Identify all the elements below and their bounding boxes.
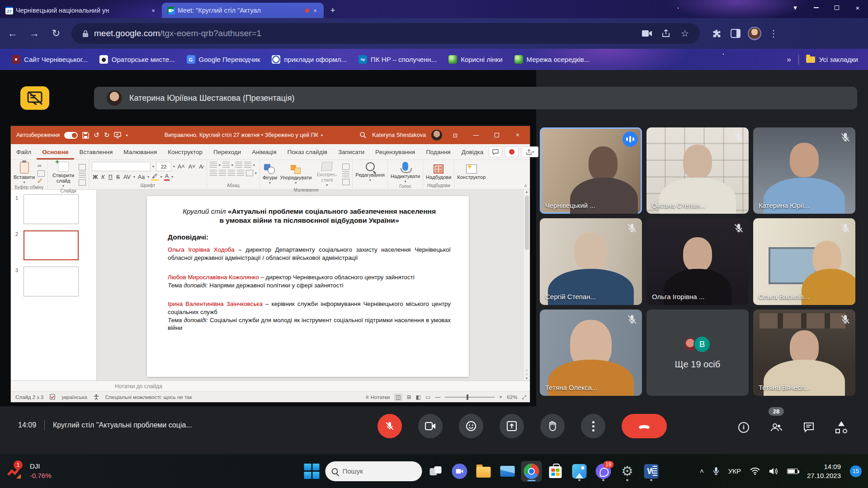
all-bookmarks-button[interactable]: Усі закладки — [806, 56, 858, 63]
participant-tile[interactable]: Тетяна Олекса... — [540, 310, 642, 396]
camera-button[interactable] — [418, 414, 443, 438]
align-right-icon[interactable] — [228, 170, 235, 176]
accessibility-status[interactable]: Спеціальні можливості: щось не так — [105, 394, 192, 400]
bookmark-item[interactable]: приклади оформл... — [272, 55, 347, 64]
new-slide-button[interactable]: Створити слайд▾ — [51, 162, 76, 188]
tab-slideshow[interactable]: Показ слайдів — [282, 144, 332, 160]
ppt-minimize-button[interactable]: — — [468, 132, 484, 138]
task-view-button[interactable] — [425, 461, 446, 482]
notes-pane[interactable]: Нотатки до слайда — [11, 380, 530, 391]
slideshow-icon[interactable] — [114, 132, 121, 138]
stop-presenting-icon[interactable] — [20, 86, 49, 110]
underline-button[interactable]: П — [108, 174, 113, 180]
strikethrough-button[interactable]: S — [115, 174, 121, 180]
participant-tile[interactable]: Катерина Юрії... — [753, 127, 855, 214]
tab-help[interactable]: Довідка — [456, 144, 489, 160]
tab-draw[interactable]: Малювання — [118, 144, 162, 160]
undo-icon[interactable]: ↺ — [94, 131, 99, 139]
forward-icon[interactable]: → — [25, 24, 43, 42]
character-spacing-icon[interactable]: AV — [123, 174, 132, 180]
zoom-out-icon[interactable]: — — [435, 394, 440, 400]
slide-thumbnail-selected[interactable]: 2 — [15, 230, 96, 260]
shape-effects-icon[interactable] — [342, 179, 349, 185]
taskbar-search[interactable]: Пошук — [326, 461, 422, 481]
chrome-button[interactable] — [521, 461, 542, 482]
notification-count-badge[interactable]: 15 — [850, 465, 862, 477]
search-icon[interactable] — [359, 131, 367, 139]
columns-icon[interactable] — [246, 170, 253, 176]
spellcheck-icon[interactable] — [50, 394, 55, 400]
slide[interactable]: Круглий стіл «Актуальні проблеми соціаль… — [147, 196, 469, 377]
tab-record[interactable]: Записати — [333, 144, 370, 160]
comments-icon[interactable] — [489, 146, 502, 157]
designer-button[interactable]: Конструктор — [457, 164, 486, 180]
browser-tab-meet[interactable]: Meet: "Круглий стіл "Актуал × — [162, 3, 324, 18]
raise-hand-button[interactable] — [540, 414, 565, 438]
language-indicator[interactable]: УКР — [728, 467, 741, 475]
cut-icon[interactable]: ✂ — [38, 163, 45, 169]
indent-icon[interactable] — [235, 162, 242, 168]
zoom-level[interactable]: 62% — [507, 394, 517, 400]
ppt-close-button[interactable]: × — [510, 132, 525, 138]
participant-tile[interactable]: Сергій Степан... — [540, 218, 642, 305]
tab-transitions[interactable]: Переходи — [208, 144, 246, 160]
tab-design[interactable]: Конструктор — [162, 144, 208, 160]
participant-tile[interactable]: Тетяна Вячесл... — [753, 310, 855, 396]
slideshow-view-icon[interactable]: ▭ — [425, 394, 430, 400]
close-window-button[interactable]: × — [847, 0, 868, 15]
widgets-button[interactable]: 1 DJI-0.76% — [7, 462, 52, 480]
previous-slide-icon[interactable]: ˄ — [526, 368, 528, 372]
align-left-icon[interactable] — [210, 170, 217, 176]
tab-search-icon[interactable]: ▾ — [785, 0, 806, 15]
reload-icon[interactable]: ↻ — [47, 24, 65, 42]
restore-button[interactable] — [826, 0, 847, 15]
start-button[interactable] — [302, 461, 322, 482]
address-bar[interactable]: meet.google.com/tgx-eoem-qrb?authuser=1 … — [71, 23, 700, 44]
clear-format-icon[interactable]: A̷ — [198, 164, 203, 170]
back-icon[interactable]: ← — [4, 24, 22, 42]
battery-icon[interactable] — [787, 469, 798, 474]
accessibility-icon[interactable] — [94, 394, 99, 400]
shape-fill-icon[interactable] — [342, 164, 349, 170]
reactions-button[interactable] — [459, 414, 483, 438]
highlight-icon[interactable]: 🖉 — [151, 173, 159, 181]
qat-more-icon[interactable]: ▾ — [126, 133, 127, 137]
align-center-icon[interactable] — [219, 170, 226, 176]
user-avatar[interactable] — [431, 130, 442, 141]
tab-home[interactable]: Основне — [37, 144, 74, 160]
dictate-button[interactable]: Надиктувати▾ — [391, 162, 420, 184]
participant-tile[interactable]: Оксана Степан... — [646, 127, 749, 214]
addins-button[interactable]: Надбудови — [426, 164, 451, 180]
arrange-button[interactable]: Упорядкувати▾ — [280, 164, 311, 185]
format-painter-icon[interactable]: 🖉 — [38, 178, 45, 183]
notes-toggle[interactable]: ≡Нотатки — [366, 394, 390, 400]
share-icon[interactable] — [658, 26, 674, 41]
close-icon[interactable]: × — [311, 6, 319, 14]
activities-button[interactable] — [831, 417, 852, 438]
vertical-scrollbar[interactable]: ▲ ˄ ˅ ▼ — [523, 190, 530, 380]
wifi-icon[interactable] — [750, 468, 760, 475]
font-color-icon[interactable]: A — [164, 173, 170, 181]
slide-thumbnail[interactable]: 3 — [15, 267, 96, 296]
present-button[interactable] — [500, 414, 524, 438]
minimize-button[interactable] — [806, 0, 826, 15]
word-button[interactable]: W — [641, 461, 662, 482]
section-icon[interactable] — [79, 179, 86, 186]
browser-tab-calendar[interactable]: 27 Чернівецький національний ун × — [0, 3, 162, 18]
tab-animations[interactable]: Анімація — [246, 144, 282, 160]
italic-button[interactable]: К — [100, 174, 105, 180]
change-case-icon[interactable]: Aa — [137, 174, 146, 180]
bookmarks-overflow-icon[interactable]: » — [787, 55, 791, 64]
record-button[interactable] — [505, 146, 519, 157]
extensions-puzzle-icon[interactable] — [709, 26, 724, 41]
autosave-toggle[interactable] — [64, 132, 78, 139]
mail-button[interactable] — [497, 461, 518, 482]
tab-insert[interactable]: Вставлення — [74, 144, 118, 160]
close-icon[interactable]: × — [149, 6, 157, 14]
tab-review[interactable]: Рецензування — [370, 144, 420, 160]
camera-in-use-icon[interactable] — [639, 26, 655, 41]
reset-icon[interactable] — [79, 172, 86, 178]
participant-tile[interactable]: Ольга Ігорівна ... — [646, 218, 749, 305]
paste-button[interactable]: Вставити▾ — [14, 162, 35, 185]
save-icon[interactable] — [82, 132, 89, 139]
